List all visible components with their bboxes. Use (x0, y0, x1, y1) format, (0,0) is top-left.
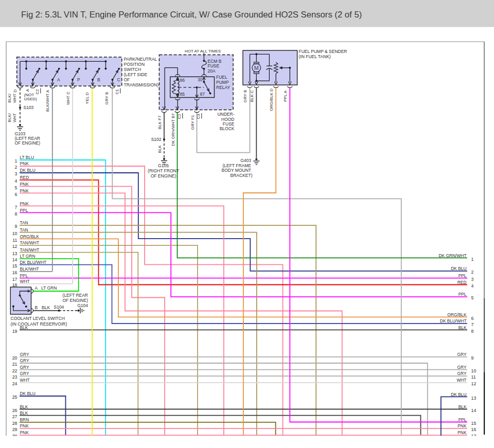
svg-text:22: 22 (12, 368, 17, 373)
svg-text:GRY: GRY (20, 371, 29, 376)
svg-text:SWITCH: SWITCH (124, 67, 142, 72)
svg-text:BLK/WHT: BLK/WHT (20, 266, 39, 272)
svg-text:85: 85 (180, 92, 185, 97)
svg-text:POSITION: POSITION (124, 62, 145, 67)
svg-text:3: 3 (15, 171, 17, 176)
svg-text:FUEL PUMP & SENDER: FUEL PUMP & SENDER (299, 49, 347, 54)
svg-text:BLK/: BLK/ (7, 94, 12, 103)
svg-text:WHT: WHT (20, 378, 30, 383)
svg-text:WHT: WHT (12, 113, 17, 122)
svg-text:18: 18 (12, 282, 17, 288)
svg-text:(RIGHT FRONT: (RIGHT FRONT (148, 168, 179, 173)
svg-text:20A: 20A (208, 68, 216, 74)
svg-text:16: 16 (12, 270, 17, 275)
svg-text:19: 19 (12, 329, 17, 334)
svg-text:1: 1 (15, 158, 17, 164)
svg-text:25: 25 (12, 395, 17, 400)
svg-text:20: 20 (12, 355, 17, 361)
svg-text:27: 27 (12, 414, 17, 419)
svg-text:TAN/WHT: TAN/WHT (20, 247, 40, 253)
svg-text:DK BLU/WHT: DK BLU/WHT (20, 260, 47, 265)
svg-text:USED): USED) (24, 97, 37, 101)
svg-text:29: 29 (12, 427, 17, 432)
svg-text:PPL: PPL (458, 292, 467, 297)
svg-text:5: 5 (471, 295, 474, 300)
svg-text:2: 2 (15, 165, 17, 170)
svg-text:A: A (35, 285, 38, 291)
svg-text:M: M (254, 65, 259, 71)
svg-text:13: 13 (471, 396, 477, 401)
svg-text:GRY: GRY (457, 371, 467, 376)
svg-text:PUMP: PUMP (216, 80, 229, 85)
svg-text:2: 2 (471, 270, 474, 275)
svg-text:A: A (57, 77, 60, 82)
svg-text:WHT: WHT (12, 94, 17, 103)
svg-text:15: 15 (471, 421, 477, 426)
svg-text:DK BLU/WHT: DK BLU/WHT (440, 318, 467, 324)
svg-text:ORG/BLK: ORG/BLK (20, 234, 40, 239)
svg-text:DK BLU: DK BLU (20, 391, 36, 396)
svg-text:28: 28 (12, 421, 17, 426)
svg-text:D: D (13, 89, 17, 92)
svg-text:BODY MOUNT: BODY MOUNT (222, 168, 251, 173)
svg-text:4: 4 (471, 283, 474, 289)
svg-text:LT GRN: LT GRN (20, 254, 36, 259)
svg-text:S104: S104 (54, 304, 64, 310)
svg-text:21: 21 (12, 362, 17, 367)
svg-text:BLK C: BLK C (250, 90, 254, 102)
svg-text:TRANSMISSION): TRANSMISSION) (124, 82, 159, 87)
svg-text:8: 8 (471, 329, 474, 334)
svg-text:GRY: GRY (457, 365, 467, 370)
svg-text:PPL: PPL (458, 273, 467, 278)
svg-text:S102: S102 (151, 137, 162, 142)
svg-text:14: 14 (471, 408, 477, 413)
svg-text:TAN: TAN (20, 220, 28, 225)
svg-text:B: B (97, 77, 100, 82)
svg-text:C1: C1 (115, 89, 119, 95)
svg-text:5: 5 (15, 185, 17, 190)
svg-text:16: 16 (471, 427, 477, 432)
svg-text:BLK/WHT A: BLK/WHT A (45, 89, 50, 112)
svg-text:BLK: BLK (42, 305, 50, 310)
svg-text:WHT C: WHT C (66, 92, 70, 105)
svg-text:PNK: PNK (20, 423, 29, 428)
svg-text:G403: G403 (240, 158, 251, 163)
svg-text:GRY F1: GRY F1 (190, 115, 195, 130)
svg-text:GRY B: GRY B (104, 92, 109, 105)
svg-text:26: 26 (12, 408, 17, 413)
svg-text:6: 6 (471, 316, 474, 321)
svg-text:9: 9 (471, 355, 474, 361)
svg-text:OF ENGINE): OF ENGINE) (151, 173, 177, 178)
svg-text:G105: G105 (158, 163, 169, 168)
svg-text:PNK: PNK (20, 161, 29, 166)
svg-text:DK GRN/WHT: DK GRN/WHT (439, 253, 467, 258)
svg-text:DK BLU: DK BLU (451, 392, 466, 397)
svg-text:HOT AT ALL TIMES: HOT AT ALL TIMES (185, 49, 221, 53)
svg-text:(LEFT FRAME: (LEFT FRAME (222, 163, 251, 168)
svg-text:(LEFT SIDE: (LEFT SIDE (124, 72, 148, 77)
svg-text:PNK: PNK (20, 188, 29, 193)
svg-text:LT GRN: LT GRN (41, 285, 57, 291)
svg-text:13: 13 (12, 251, 17, 256)
svg-text:BRACKET): BRACKET) (231, 173, 253, 178)
svg-text:LT BLU: LT BLU (20, 155, 34, 160)
svg-text:24: 24 (12, 381, 17, 386)
svg-text:WHT: WHT (456, 378, 466, 383)
svg-text:87: 87 (200, 92, 205, 97)
svg-text:FUSE: FUSE (208, 63, 220, 68)
svg-text:B: B (35, 305, 38, 310)
svg-text:10: 10 (12, 231, 17, 236)
svg-text:PPL: PPL (20, 208, 28, 213)
svg-text:DK BLU: DK BLU (20, 168, 36, 173)
svg-text:15: 15 (12, 263, 17, 268)
svg-text:PPL: PPL (20, 273, 28, 278)
svg-text:PPL: PPL (458, 417, 467, 422)
svg-text:PNK: PNK (20, 430, 29, 435)
svg-text:C3: C3 (196, 114, 201, 119)
svg-text:C2: C2 (35, 89, 40, 95)
svg-text:(IN COOLANT RESERVOIR): (IN COOLANT RESERVOIR) (11, 321, 67, 327)
svg-text:(IN FUEL TANK): (IN FUEL TANK) (299, 54, 331, 59)
svg-text:GRY: GRY (20, 365, 29, 370)
svg-text:BLK: BLK (458, 404, 467, 409)
svg-text:TAN/WHT: TAN/WHT (20, 240, 40, 245)
